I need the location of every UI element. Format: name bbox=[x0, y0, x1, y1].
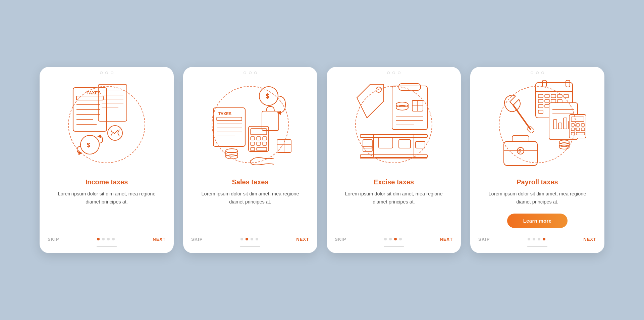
illustration-sales: TAXES $ bbox=[183, 74, 317, 175]
top-dot-1 bbox=[531, 72, 533, 74]
card-footer-payroll: SKIP NEXT bbox=[470, 233, 604, 242]
card-sales-taxes: TAXES $ bbox=[183, 67, 317, 253]
top-bar-sales bbox=[183, 67, 317, 74]
dot-4 bbox=[399, 238, 402, 240]
top-dot-2 bbox=[249, 72, 252, 74]
bottom-bar-payroll bbox=[527, 246, 547, 247]
card-footer-excise: SKIP NEXT bbox=[327, 233, 461, 242]
footer-dots-excise bbox=[384, 238, 402, 240]
top-bar-excise bbox=[327, 67, 461, 74]
card-excise-taxes: Excise taxes Lorem ipsum dolor sit dim a… bbox=[327, 67, 461, 253]
card-footer-sales: SKIP NEXT bbox=[183, 233, 317, 242]
card-title-sales: Sales taxes bbox=[191, 178, 309, 186]
dot-2 bbox=[389, 238, 392, 240]
card-body-sales: Lorem ipsum dolor sit dim amet, mea regi… bbox=[194, 190, 307, 206]
bottom-bar-income bbox=[97, 246, 117, 247]
dot-3 bbox=[394, 238, 397, 240]
dot-2 bbox=[246, 238, 248, 240]
bottom-bar-sales bbox=[240, 246, 260, 247]
illustration-excise bbox=[327, 74, 461, 175]
top-dot-3 bbox=[541, 72, 544, 74]
dashed-circle bbox=[68, 86, 145, 163]
card-title-excise: Excise taxes bbox=[335, 178, 453, 186]
top-dot-2 bbox=[392, 72, 395, 74]
main-container: TAXES $ bbox=[26, 53, 618, 267]
top-bar-payroll bbox=[470, 67, 604, 74]
dot-4 bbox=[543, 238, 545, 240]
footer-dots-payroll bbox=[528, 238, 545, 240]
top-dot-3 bbox=[254, 72, 257, 74]
next-label-income[interactable]: NEXT bbox=[153, 237, 166, 242]
next-label-excise[interactable]: NEXT bbox=[440, 237, 453, 242]
skip-label-payroll[interactable]: SKIP bbox=[478, 237, 490, 242]
card-body-income: Lorem ipsum dolor sit dim amet, mea regi… bbox=[50, 190, 163, 206]
top-dot-2 bbox=[105, 72, 108, 74]
dashed-circle bbox=[212, 86, 289, 163]
dot-3 bbox=[538, 238, 540, 240]
dot-4 bbox=[112, 238, 115, 240]
dashed-circle bbox=[499, 86, 576, 163]
footer-dots-income bbox=[97, 238, 115, 240]
next-label-sales[interactable]: NEXT bbox=[296, 237, 309, 242]
learn-more-button[interactable]: Learn more bbox=[507, 214, 568, 228]
dot-3 bbox=[107, 238, 110, 240]
dot-2 bbox=[533, 238, 535, 240]
dot-4 bbox=[256, 238, 258, 240]
skip-label-income[interactable]: SKIP bbox=[48, 237, 59, 242]
footer-dots-sales bbox=[240, 238, 258, 240]
card-body-excise: Lorem ipsum dolor sit dim amet, mea regi… bbox=[337, 190, 450, 206]
top-dot-1 bbox=[387, 72, 390, 74]
dot-1 bbox=[240, 238, 243, 240]
illustration-income: TAXES $ bbox=[40, 74, 174, 175]
top-bar-income bbox=[40, 67, 174, 74]
card-payroll-taxes: $ Payroll taxes Lorem ipsum dolor sit di… bbox=[470, 67, 604, 253]
bottom-bar-excise bbox=[384, 246, 404, 247]
card-title-income: Income taxes bbox=[48, 178, 166, 186]
card-title-payroll: Payroll taxes bbox=[478, 178, 596, 186]
card-body-payroll: Lorem ipsum dolor sit dim amet, mea regi… bbox=[481, 190, 594, 206]
top-dot-1 bbox=[244, 72, 246, 74]
card-income-taxes: TAXES $ bbox=[40, 67, 174, 253]
dot-1 bbox=[97, 238, 100, 240]
top-dot-2 bbox=[536, 72, 539, 74]
svg-rect-73 bbox=[566, 80, 570, 87]
next-label-payroll[interactable]: NEXT bbox=[583, 237, 596, 242]
top-dot-3 bbox=[398, 72, 400, 74]
skip-label-sales[interactable]: SKIP bbox=[191, 237, 203, 242]
dot-1 bbox=[528, 238, 530, 240]
dot-3 bbox=[251, 238, 253, 240]
card-footer-income: SKIP NEXT bbox=[40, 233, 174, 242]
dashed-circle bbox=[355, 86, 432, 163]
top-dot-3 bbox=[111, 72, 113, 74]
illustration-payroll: $ bbox=[470, 74, 604, 175]
dot-2 bbox=[102, 238, 105, 240]
svg-rect-72 bbox=[542, 80, 546, 87]
skip-label-excise[interactable]: SKIP bbox=[335, 237, 346, 242]
top-dot-1 bbox=[100, 72, 103, 74]
dot-1 bbox=[384, 238, 387, 240]
